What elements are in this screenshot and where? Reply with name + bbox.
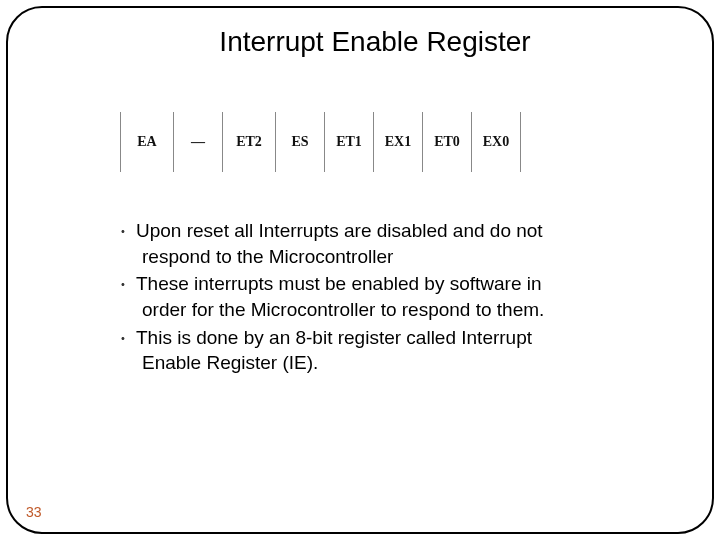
page-number: 33 (26, 504, 42, 520)
register-bit-et1: ET1 (325, 112, 373, 172)
register-row: EA — ET2 ES ET1 EX1 ET0 EX0 (120, 112, 521, 172)
bullet-line: order for the Microcontroller to respond… (136, 297, 650, 323)
register-bit-ex1: EX1 (374, 112, 422, 172)
bullet-dot-icon: • (110, 218, 136, 244)
list-item: • These interrupts must be enabled by so… (110, 271, 650, 322)
register-bit-et0: ET0 (423, 112, 471, 172)
register-bit-et2: ET2 (223, 112, 275, 172)
slide: Interrupt Enable Register EA — ET2 ES ET… (0, 0, 720, 540)
bullet-line: Upon reset all Interrupts are disabled a… (136, 218, 650, 244)
bullet-text: Upon reset all Interrupts are disabled a… (136, 218, 650, 269)
bullet-line: This is done by an 8-bit register called… (136, 325, 650, 351)
register-bit-ex0: EX0 (472, 112, 520, 172)
bullet-line: respond to the Microcontroller (136, 244, 650, 270)
bullet-line: Enable Register (IE). (136, 350, 650, 376)
register-separator (520, 112, 521, 172)
list-item: • This is done by an 8-bit register call… (110, 325, 650, 376)
bullet-text: These interrupts must be enabled by soft… (136, 271, 650, 322)
bullet-line: These interrupts must be enabled by soft… (136, 271, 650, 297)
slide-title: Interrupt Enable Register (0, 26, 720, 58)
bullet-list: • Upon reset all Interrupts are disabled… (110, 218, 650, 378)
register-bit-es: ES (276, 112, 324, 172)
register-bit-ea: EA (121, 112, 173, 172)
bullet-text: This is done by an 8-bit register called… (136, 325, 650, 376)
register-bit-reserved: — (174, 112, 222, 172)
bullet-dot-icon: • (110, 325, 136, 351)
list-item: • Upon reset all Interrupts are disabled… (110, 218, 650, 269)
bullet-dot-icon: • (110, 271, 136, 297)
